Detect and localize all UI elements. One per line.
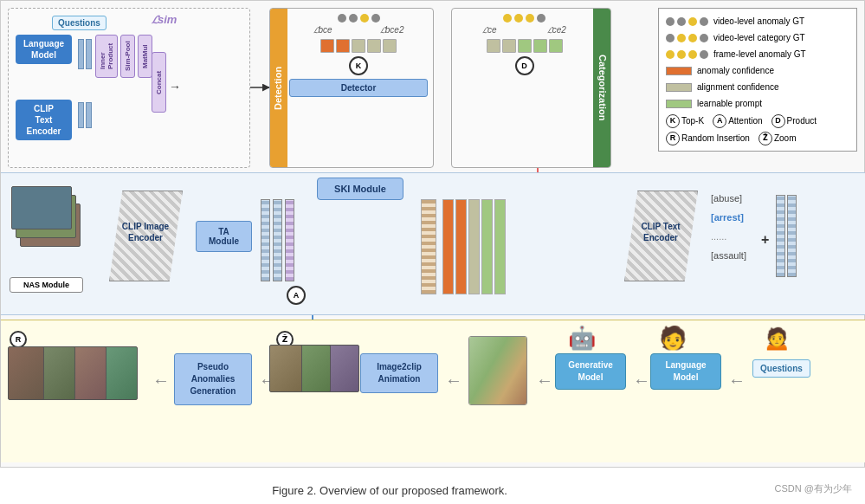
legend-label-1: video-level anomaly GT: [713, 14, 804, 29]
img2clip-box: Image2clip Animation: [360, 353, 438, 393]
detection-loss-labels: 𝓛bce 𝓛bce2: [289, 25, 428, 36]
zoom-icon: Z̃: [758, 132, 772, 145]
legend-row-3: frame-level anomaly GT: [666, 47, 849, 61]
central-feature-col: [421, 199, 436, 294]
cat-arrest: [arrest]: [711, 208, 746, 227]
lang-model-features: [78, 39, 92, 69]
questions-bottom-box: Questions: [752, 359, 810, 378]
anim-frames-bottom: [269, 345, 359, 392]
detection-panel: Detection 𝓛bce 𝓛bce2: [269, 8, 434, 168]
lang-model-box-top: LanguageModel: [16, 35, 72, 64]
cat-loss-labels: 𝓛ce 𝓛ce2: [457, 25, 591, 36]
legend-symbols-2: R Random Insertion Z̃ Zoom: [666, 131, 849, 145]
nas-module-box: NAS Module: [10, 277, 83, 293]
legend-symbols: K Top-K A Attention D Product: [666, 113, 849, 128]
detection-color-bars: [289, 39, 428, 53]
legend-color-align: [666, 83, 692, 92]
sym-attention: A Attention: [713, 113, 762, 128]
sym-zoom-label: Zoom: [774, 131, 797, 145]
category-labels: [abuse] [arrest] ...... [assault]: [711, 189, 746, 265]
arrow-left-7: ←: [728, 371, 746, 391]
topk-icon: K: [666, 114, 680, 128]
figure-area: Questions LanguageModel CLIPTextEncoder …: [0, 0, 865, 468]
questions-person-icon: 🙍: [763, 325, 791, 352]
ops-row: InnerProduct Sim-Pool MatMul: [95, 35, 152, 78]
legend-label-3: frame-level anomaly GT: [713, 47, 806, 61]
arrow-left-6: ←: [633, 371, 650, 391]
attention-circle: A: [287, 286, 306, 305]
detection-top-dots: [289, 14, 428, 23]
legend-label-4: anomaly confidence: [697, 63, 774, 78]
cat-ellipsis: ......: [711, 227, 746, 246]
cat-color-bars: [457, 39, 591, 53]
topk-circle: K: [349, 56, 368, 75]
plus-sign: +: [761, 232, 769, 248]
cat-assault: [assault]: [711, 246, 746, 265]
action-image: [468, 336, 527, 405]
legend-label-2: video-level category GT: [713, 30, 805, 45]
sym-zoom: Z̃ Zoom: [758, 131, 797, 145]
pseudo-anomalies-box: Pseudo Anomalies Generation: [174, 353, 252, 405]
legend-row-5: alignment confidence: [666, 80, 849, 94]
questions-label-top: Questions: [52, 16, 107, 30]
ski-module-box: SKI Module: [317, 178, 403, 200]
detector-box: Detector: [289, 79, 428, 97]
categorization-panel: Categorization 𝓛ce 𝓛ce2: [451, 8, 611, 168]
main-container: Questions LanguageModel CLIPTextEncoder …: [0, 0, 865, 504]
sym-topk-label: Top-K: [681, 113, 704, 128]
arrow-left-5: ←: [536, 371, 553, 391]
arrow-left-4: ←: [445, 371, 462, 391]
csdn-watermark: CSDN @有为少年: [775, 482, 852, 495]
ta-module-box: TA Module: [196, 221, 252, 252]
sym-random-label: Random Insertion: [681, 131, 750, 145]
legend-dots-3: [666, 50, 708, 59]
categorization-inner: 𝓛ce 𝓛ce2 D: [457, 14, 591, 162]
feature-cols-middle: [261, 199, 294, 281]
legend-panel: video-level anomaly GT video-level categ…: [658, 8, 857, 152]
sym-random: R Random Insertion: [666, 131, 750, 145]
product-icon: D: [771, 114, 785, 128]
right-feature-bars: [776, 195, 797, 277]
random-icon: R: [666, 132, 680, 145]
detection-inner: 𝓛bce 𝓛bce2 K Detector: [289, 14, 428, 162]
legend-label-5: alignment confidence: [697, 80, 779, 94]
cat-abuse: [abuse]: [711, 189, 746, 208]
legend-row-6: learnable prompt: [666, 96, 849, 111]
cat-top-dots: [457, 14, 591, 23]
color-bands-middle: [442, 199, 506, 294]
sym-product: D Product: [771, 113, 817, 128]
product-circle: D: [515, 56, 534, 75]
clip-text-enc-top: CLIPTextEncoder: [16, 100, 72, 140]
lang-model-bottom-box: Language Model: [650, 353, 721, 390]
legend-row-1: video-level anomaly GT: [666, 14, 849, 29]
sym-topk: K Top-K: [666, 113, 704, 128]
legend-color-anomaly: [666, 67, 692, 75]
arrow-left-1: ←: [152, 371, 170, 391]
detection-label: Detection: [270, 9, 287, 167]
legend-label-6: learnable prompt: [697, 96, 762, 111]
legend-color-prompt: [666, 100, 692, 108]
concat-op: Concat: [152, 52, 166, 113]
robot-icon: 🤖: [568, 325, 596, 352]
categorization-label: Categorization: [593, 9, 610, 167]
sim-loss-label: 𝓛sim: [152, 13, 177, 27]
legend-row-2: video-level category GT: [666, 30, 849, 45]
person-icon-bottom: 🧑: [659, 325, 687, 352]
clip-text-encoder-right-label: CLIP Text Encoder: [626, 221, 695, 243]
legend-row-4: anomaly confidence: [666, 63, 849, 78]
bottom-panel: R ← Pseudo Anomalies Generation ← Z̃: [1, 320, 865, 462]
generative-model-box: Generative Model: [555, 353, 626, 390]
legend-dots-1: [666, 17, 708, 26]
figure-caption: Figure 2. Overview of our proposed frame…: [0, 484, 779, 497]
r-circle: R: [10, 331, 27, 348]
top-left-panel: Questions LanguageModel CLIPTextEncoder …: [8, 8, 250, 168]
clip-image-encoder-shape: [109, 191, 183, 281]
arrow-right-top: →: [169, 80, 181, 94]
sym-product-label: Product: [787, 113, 817, 128]
sym-attention-label: Attention: [728, 113, 762, 128]
bottom-video-frames: [8, 346, 138, 400]
clip-text-features: [78, 102, 92, 128]
attention-icon: A: [713, 114, 726, 128]
legend-dots-2: [666, 34, 708, 42]
middle-band: NAS Module CLIP Image Encoder TA Module …: [1, 172, 865, 315]
